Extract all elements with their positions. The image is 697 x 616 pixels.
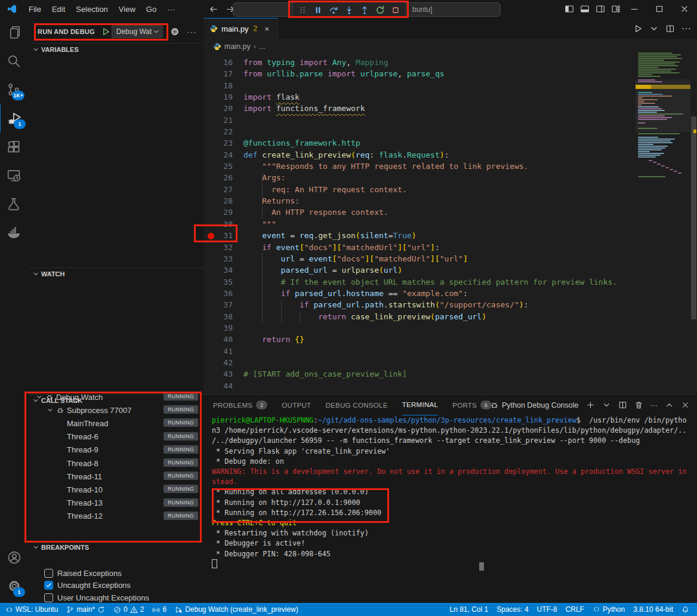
menu-file[interactable]: File bbox=[23, 0, 47, 18]
configure-gear-icon[interactable] bbox=[170, 27, 180, 36]
activity-item-search[interactable] bbox=[0, 47, 28, 75]
code-area[interactable]: 16from typing import Any, Mapping17from … bbox=[203, 57, 636, 392]
editor-scrollbar[interactable] bbox=[690, 39, 697, 394]
line-number[interactable]: 25 bbox=[203, 161, 233, 172]
maximize-button[interactable] bbox=[647, 0, 672, 18]
run-python-file-icon[interactable] bbox=[633, 24, 643, 33]
terminal-dropdown-chevron-icon[interactable] bbox=[602, 401, 611, 409]
terminal-output[interactable]: pierrick@LAPTOP-HKU5PNNG:~/git/add-ons-s… bbox=[203, 415, 697, 603]
line-number[interactable]: 33 bbox=[203, 253, 233, 264]
status-branch-status[interactable]: main* bbox=[62, 603, 109, 616]
pause-icon[interactable] bbox=[310, 3, 326, 17]
menu-view[interactable]: View bbox=[113, 0, 141, 18]
status-remote-indicator[interactable]: WSL: Ubuntu bbox=[1, 603, 62, 616]
call-stack-row-thread-11[interactable]: Thread-11RUNNING bbox=[29, 470, 203, 483]
step-over-icon[interactable] bbox=[326, 3, 341, 17]
call-stack-row-thread-6[interactable]: Thread-6RUNNING bbox=[29, 430, 203, 443]
editor-more-actions[interactable]: ··· bbox=[681, 23, 691, 34]
line-number[interactable]: 16 bbox=[203, 57, 233, 68]
line-number[interactable]: 40 bbox=[203, 334, 233, 345]
scrollbar-thumb[interactable] bbox=[691, 116, 696, 319]
toggle-secondary-sidebar-icon[interactable] bbox=[596, 4, 605, 14]
menu-selection[interactable]: Selection bbox=[70, 0, 113, 18]
section-watch[interactable]: WATCH bbox=[29, 267, 203, 280]
line-number[interactable]: 38 bbox=[203, 311, 233, 322]
toolbar-drag-handle[interactable] bbox=[295, 3, 310, 17]
status-language-mode[interactable]: Python bbox=[588, 603, 629, 616]
activity-item-extensions[interactable] bbox=[0, 133, 28, 161]
line-number[interactable]: 36 bbox=[203, 288, 233, 299]
line-number[interactable]: 37 bbox=[203, 299, 233, 310]
status-end-of-line[interactable]: CRLF bbox=[562, 603, 588, 616]
run-dropdown-chevron-icon[interactable] bbox=[649, 24, 659, 33]
menu-edit[interactable]: Edit bbox=[47, 0, 70, 18]
minimize-button[interactable] bbox=[622, 0, 647, 18]
close-panel-icon[interactable] bbox=[681, 401, 690, 409]
line-number[interactable]: 39 bbox=[203, 322, 233, 334]
breakpoint-checkbox[interactable] bbox=[44, 581, 53, 590]
tab-main-py[interactable]: main.py 2 × bbox=[203, 18, 278, 39]
section-variables[interactable]: VARIABLES bbox=[29, 43, 203, 56]
close-button[interactable] bbox=[672, 0, 697, 18]
status-debug-session-status[interactable]: Debug Watch (create_link_preview) bbox=[171, 603, 303, 616]
line-number[interactable]: 28 bbox=[203, 195, 233, 207]
tab-ports[interactable]: PORTS6 bbox=[452, 395, 492, 415]
call-stack-row-thread-10[interactable]: Thread-10RUNNING bbox=[29, 483, 203, 496]
activity-item-accounts[interactable] bbox=[0, 543, 29, 572]
tab-terminal[interactable]: TERMINAL bbox=[402, 395, 439, 415]
stop-icon[interactable] bbox=[388, 3, 403, 17]
status-notifications[interactable] bbox=[677, 603, 693, 616]
line-number[interactable]: 18 bbox=[203, 80, 233, 91]
call-stack-row-thread-13[interactable]: Thread-13RUNNING bbox=[29, 497, 203, 510]
breakpoint-checkbox[interactable] bbox=[44, 569, 53, 578]
line-number[interactable]: 21 bbox=[203, 115, 233, 126]
restart-icon[interactable] bbox=[372, 3, 388, 17]
activity-item-run-and-debug[interactable]: 1 bbox=[0, 104, 29, 133]
line-number[interactable]: 42 bbox=[203, 357, 233, 368]
breadcrumb-file[interactable]: main.py bbox=[224, 42, 251, 51]
tab-close-icon[interactable]: × bbox=[262, 24, 272, 33]
line-number[interactable]: 20 bbox=[203, 103, 233, 114]
line-number[interactable]: 43 bbox=[203, 368, 233, 380]
status-python-interpreter[interactable]: 3.8.10 64-bit bbox=[629, 603, 677, 616]
new-terminal-icon[interactable] bbox=[586, 401, 595, 409]
breakpoint-row-uncaught-exceptions[interactable]: Uncaught Exceptions bbox=[29, 580, 203, 592]
kill-terminal-icon[interactable] bbox=[634, 401, 643, 409]
activity-item-testing[interactable] bbox=[0, 190, 28, 218]
step-into-icon[interactable] bbox=[341, 3, 357, 17]
tab-problems[interactable]: PROBLEMS2 bbox=[213, 395, 267, 415]
breadcrumb[interactable]: main.py › ... bbox=[203, 39, 697, 54]
split-editor-icon[interactable] bbox=[665, 24, 675, 33]
line-number[interactable]: 34 bbox=[203, 264, 233, 276]
call-stack-row-subprocess-77007[interactable]: Subprocess 77007RUNNING bbox=[29, 404, 203, 417]
line-number[interactable]: 35 bbox=[203, 276, 233, 288]
terminal-profile-selector[interactable]: Python Debug Console bbox=[490, 401, 579, 409]
maximize-panel-icon[interactable] bbox=[665, 401, 674, 409]
launch-configuration-dropdown[interactable]: Debug Wat bbox=[112, 25, 164, 38]
tab-output[interactable]: OUTPUT bbox=[282, 395, 311, 415]
split-terminal-icon[interactable] bbox=[618, 401, 627, 409]
status-indentation[interactable]: Spaces: 4 bbox=[492, 603, 532, 616]
call-stack-row-debug-watch[interactable]: Debug WatchRUNNING bbox=[29, 390, 203, 404]
call-stack-row-thread-12[interactable]: Thread-12RUNNING bbox=[29, 510, 203, 523]
line-number[interactable]: 29 bbox=[203, 207, 233, 218]
line-number[interactable]: 17 bbox=[203, 68, 233, 79]
line-number[interactable]: 44 bbox=[203, 380, 233, 392]
status-cursor-position[interactable]: Ln 81, Col 1 bbox=[445, 603, 492, 616]
line-number[interactable]: 24 bbox=[203, 149, 233, 161]
line-number[interactable]: 32 bbox=[203, 242, 233, 253]
breakpoint-row-user-uncaught-exceptions[interactable]: User Uncaught Exceptions bbox=[29, 592, 203, 604]
status-problems-status[interactable]: 02 bbox=[109, 603, 148, 616]
status-forwarded-ports[interactable]: 6 bbox=[148, 603, 171, 616]
status-encoding[interactable]: UTF-8 bbox=[533, 603, 562, 616]
activity-item-docker[interactable] bbox=[0, 218, 28, 247]
line-number[interactable]: 27 bbox=[203, 184, 233, 195]
panel-more-actions[interactable]: ··· bbox=[650, 401, 658, 409]
line-number[interactable]: 19 bbox=[203, 91, 233, 103]
breakpoint-glyph[interactable] bbox=[208, 233, 214, 239]
toggle-panel-icon[interactable] bbox=[580, 4, 590, 14]
line-number[interactable]: 22 bbox=[203, 126, 233, 137]
line-number[interactable]: 30 bbox=[203, 218, 233, 230]
customize-layout-icon[interactable] bbox=[611, 4, 621, 14]
breakpoint-row-raised-exceptions[interactable]: Raised Exceptions bbox=[29, 567, 203, 580]
